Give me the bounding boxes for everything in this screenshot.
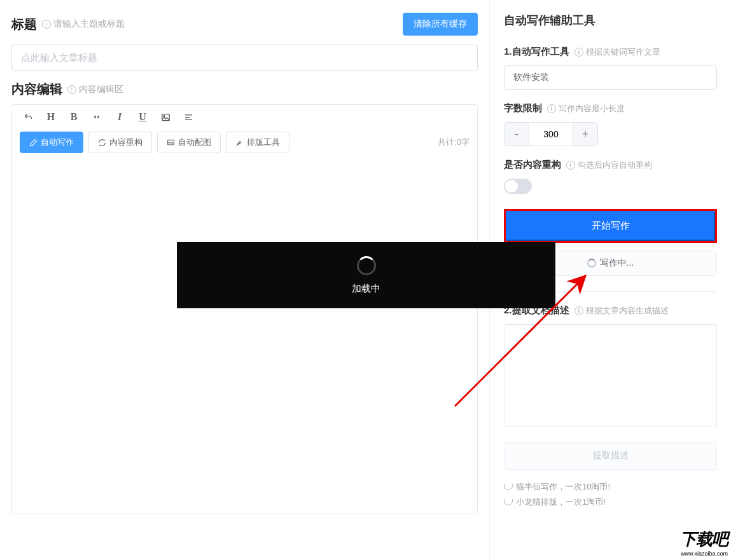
content-hint: 内容编辑区 — [79, 84, 123, 95]
watermark-sub: www.xiazaiba.com — [680, 550, 728, 557]
footer-note-2: 小龙猫排版，一次1淘币! — [516, 496, 606, 508]
quote-icon[interactable] — [90, 110, 104, 124]
auto-write-button[interactable]: 自动写作 — [20, 132, 83, 153]
keyword-input[interactable] — [504, 65, 717, 90]
stepper-minus-button[interactable]: - — [505, 123, 529, 146]
start-writing-button[interactable]: 开始写作 — [506, 211, 715, 241]
auto-image-button[interactable]: 自动配图 — [157, 132, 221, 153]
info-icon: i — [566, 161, 575, 170]
title-section-label: 标题 — [11, 16, 37, 33]
restructure-label: 是否内容重构 — [504, 159, 561, 171]
auto-write-label: 自动写作 — [41, 137, 74, 148]
content-section-label: 内容编辑 — [11, 81, 62, 98]
restructure-hint: 勾选后内容自动重构 — [578, 160, 652, 171]
layout-tool-label: 排版工具 — [247, 137, 280, 148]
sidebar-heading: 自动写作辅助工具 — [504, 13, 717, 28]
undo-icon[interactable] — [21, 110, 35, 124]
svg-point-1 — [164, 115, 165, 116]
section1-hint: 根据关键词写作文章 — [586, 46, 660, 58]
restructure-switch[interactable] — [504, 179, 532, 194]
bowl-icon — [504, 484, 513, 490]
stepper-input[interactable] — [529, 123, 573, 146]
content-restructure-button[interactable]: 内容重构 — [88, 132, 152, 153]
section1-label: 1.自动写作工具 — [504, 46, 569, 58]
title-input[interactable] — [11, 44, 478, 71]
underline-icon[interactable]: U — [136, 110, 150, 124]
spinner-icon — [587, 259, 596, 268]
editor-toolbar: H B I U — [12, 105, 477, 127]
watermark: 下载吧 www.xiazaiba.com — [680, 528, 728, 557]
loading-overlay: 加载中 — [177, 242, 555, 308]
section2-hint: 根据文章内容生成描述 — [586, 305, 669, 317]
footer-note-1: 猫半仙写作，一次10淘币! — [516, 481, 610, 493]
heading-icon[interactable]: H — [44, 110, 58, 124]
content-restructure-label: 内容重构 — [109, 137, 143, 148]
annotation-highlight: 开始写作 — [504, 209, 717, 243]
description-textarea[interactable] — [504, 324, 717, 427]
extract-description-button[interactable]: 提取描述 — [504, 442, 717, 470]
layout-tool-button[interactable]: 排版工具 — [226, 132, 289, 153]
info-icon: i — [574, 306, 583, 315]
writing-status-label: 写作中... — [600, 257, 634, 269]
info-icon: i — [574, 48, 583, 57]
info-icon: i — [67, 85, 76, 94]
word-limit-hint: 写作内容最小长度 — [559, 103, 625, 114]
char-count: 共计:0字 — [438, 137, 470, 148]
italic-icon[interactable]: I — [113, 110, 127, 124]
auto-image-label: 自动配图 — [178, 137, 211, 148]
title-hint: 请输入主题或标题 — [53, 18, 125, 30]
info-icon: i — [42, 20, 51, 29]
loading-text: 加载中 — [352, 283, 380, 295]
word-limit-label: 字数限制 — [504, 102, 542, 114]
editor: H B I U 自动写作 — [11, 104, 478, 514]
bold-icon[interactable]: B — [67, 110, 81, 124]
clear-cache-button[interactable]: 清除所有缓存 — [403, 13, 478, 36]
stepper-plus-button[interactable]: + — [573, 123, 597, 146]
word-limit-stepper: - + — [504, 122, 598, 146]
editor-toolbar-actions: 自动写作 内容重构 自动配图 排版工具 共计:0字 — [12, 127, 477, 158]
bowl-icon — [504, 499, 513, 505]
image-icon[interactable] — [158, 110, 172, 124]
align-icon[interactable] — [181, 110, 195, 124]
info-icon: i — [547, 104, 556, 113]
editor-body[interactable] — [12, 158, 477, 514]
watermark-main: 下载吧 — [680, 529, 728, 549]
spinner-icon — [357, 256, 376, 275]
